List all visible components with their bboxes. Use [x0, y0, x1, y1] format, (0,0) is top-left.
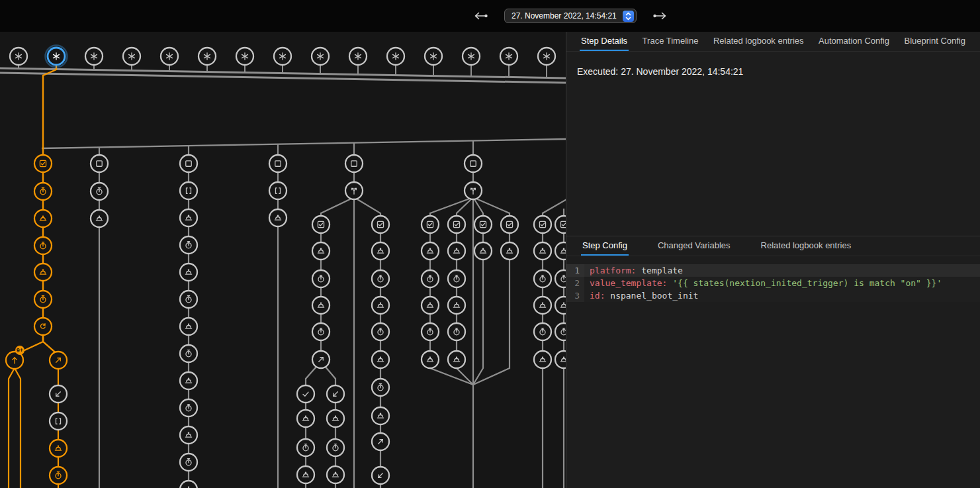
trace-node-asterisk[interactable] — [312, 48, 329, 65]
trace-node-timer[interactable] — [555, 323, 566, 340]
trace-node-asterisk[interactable] — [85, 48, 103, 65]
trace-node-timer[interactable] — [34, 291, 52, 308]
trace-node-bell[interactable] — [448, 297, 465, 314]
trace-node-timer[interactable] — [180, 399, 197, 416]
trace-node-bell[interactable] — [50, 440, 67, 457]
trace-node-check-square[interactable] — [501, 216, 518, 233]
trace-node-timer[interactable] — [50, 467, 67, 484]
trace-node-asterisk[interactable] — [425, 48, 442, 65]
trace-node-timer[interactable] — [534, 270, 551, 287]
trace-node-bell[interactable] — [534, 351, 551, 368]
trace-node-check-square[interactable] — [422, 216, 439, 233]
trace-node-timer[interactable] — [372, 270, 389, 287]
trace-node-timer[interactable] — [372, 379, 389, 396]
tab-automation-config[interactable]: Automation Config — [817, 32, 891, 51]
trace-node-bell[interactable] — [372, 351, 389, 368]
tab-step-config[interactable]: Step Config — [581, 236, 629, 256]
trace-node-bell[interactable] — [555, 351, 566, 368]
trace-node-bell[interactable] — [534, 297, 551, 314]
trace-node-branch[interactable] — [372, 433, 389, 450]
trace-node-asterisk[interactable] — [500, 48, 517, 65]
trace-node-timer[interactable] — [534, 323, 551, 340]
trace-node-arrow-down-left[interactable] — [372, 467, 389, 484]
trace-node-bell[interactable] — [474, 242, 492, 260]
trace-node-square[interactable] — [465, 155, 482, 172]
tab-related-logbook-entries[interactable]: Related logbook entries — [712, 32, 805, 51]
trace-node-asterisk[interactable] — [274, 48, 291, 65]
trace-node-brackets[interactable] — [180, 182, 197, 199]
trace-node-bell[interactable] — [180, 426, 197, 444]
trace-node-asterisk[interactable] — [463, 48, 480, 65]
trace-node-branch[interactable] — [312, 351, 330, 368]
trace-node-arrow-down-left[interactable] — [50, 385, 67, 403]
trace-node-timer[interactable] — [180, 291, 197, 308]
trace-node-timer[interactable] — [34, 237, 52, 254]
trace-node-bell[interactable] — [34, 210, 52, 227]
trace-node-brackets[interactable] — [269, 182, 287, 199]
trace-node-bell[interactable] — [180, 264, 197, 281]
trace-node-arrow-down-left[interactable] — [327, 385, 344, 403]
tab-changed-variables[interactable]: Changed Variables — [656, 236, 732, 256]
trace-node-asterisk[interactable] — [538, 48, 555, 65]
trace-node-check-square[interactable] — [448, 216, 465, 233]
trace-node-bell[interactable] — [501, 242, 518, 260]
trace-node-timer[interactable] — [372, 323, 389, 340]
trace-node-choose[interactable] — [465, 182, 482, 199]
trace-node-bell[interactable] — [180, 209, 197, 226]
trace-node-timer[interactable] — [297, 439, 314, 456]
trace-node-bell[interactable] — [269, 209, 287, 226]
trace-node-bell[interactable] — [34, 264, 52, 281]
trace-node-timer[interactable] — [180, 236, 197, 254]
trace-node-square[interactable] — [180, 155, 197, 172]
previous-trace-button[interactable] — [471, 10, 490, 22]
trace-node-timer[interactable] — [180, 454, 197, 471]
trace-node-bell[interactable] — [448, 242, 465, 260]
trace-node-bell[interactable] — [312, 242, 330, 260]
trace-node-repeat[interactable] — [34, 318, 52, 335]
trace-node-asterisk[interactable] — [199, 48, 216, 65]
trace-node-bell[interactable] — [448, 351, 465, 368]
trace-node-bell[interactable] — [555, 242, 566, 260]
trace-node-bell[interactable] — [91, 210, 108, 227]
trace-node-bell[interactable] — [555, 297, 566, 314]
trace-node-timer[interactable] — [327, 439, 344, 456]
trace-node-asterisk[interactable] — [46, 46, 67, 68]
trace-node-check-square[interactable] — [34, 155, 52, 172]
trace-node-bell[interactable] — [422, 351, 439, 368]
trace-node-bell[interactable] — [372, 297, 389, 314]
trace-node-asterisk[interactable] — [10, 48, 27, 65]
trace-node-timer[interactable] — [312, 270, 330, 287]
trace-node-asterisk[interactable] — [161, 48, 178, 65]
trace-node-square[interactable] — [91, 155, 108, 172]
trace-node-branch[interactable] — [50, 352, 67, 369]
trace-node-brackets[interactable] — [50, 413, 67, 430]
trace-node-square[interactable] — [269, 155, 287, 172]
trace-node-check-square[interactable] — [372, 216, 389, 233]
tab-trace-timeline[interactable]: Trace Timeline — [641, 32, 700, 51]
trace-node-asterisk[interactable] — [349, 48, 367, 65]
trace-node-bell[interactable] — [422, 297, 439, 314]
trace-node-timer[interactable] — [448, 270, 465, 287]
trace-node-asterisk[interactable] — [387, 48, 404, 65]
trace-node-bell[interactable] — [422, 242, 439, 260]
trace-node-bell[interactable] — [312, 297, 330, 314]
trace-node-bell[interactable] — [534, 242, 551, 260]
trace-node-check[interactable] — [297, 385, 314, 403]
trace-node-timer[interactable] — [422, 270, 439, 287]
trace-node-check-square[interactable] — [534, 216, 551, 233]
trace-node-bell[interactable] — [297, 410, 314, 427]
trace-node-check-square[interactable] — [312, 216, 330, 233]
trace-node-square[interactable] — [345, 155, 363, 172]
trace-node-timer[interactable] — [91, 183, 108, 200]
trace-node-bell[interactable] — [180, 481, 197, 488]
trace-node-timer[interactable] — [312, 323, 330, 340]
trace-node-asterisk[interactable] — [123, 48, 140, 65]
tab-related-logbook-entries[interactable]: Related logbook entries — [760, 236, 853, 256]
trace-node-arrow-up[interactable]: 9+ — [6, 346, 24, 369]
trace-node-timer[interactable] — [555, 270, 566, 287]
trace-node-check-square[interactable] — [474, 216, 492, 233]
trace-node-timer[interactable] — [180, 345, 197, 362]
trace-node-timer[interactable] — [34, 183, 52, 200]
trace-node-bell[interactable] — [180, 318, 197, 335]
tab-blueprint-config[interactable]: Blueprint Config — [903, 32, 967, 51]
